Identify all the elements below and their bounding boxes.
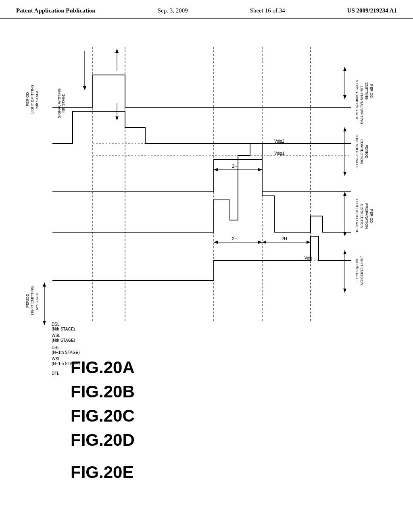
nth-light-period-lower3: PERIOD [25, 293, 29, 308]
dsl-nth-label2: (Nth STAGE) [52, 327, 75, 331]
date-label: Sep. 3, 2009 [158, 7, 188, 14]
svg-marker-34 [343, 289, 346, 293]
svg-marker-9 [83, 86, 86, 90]
fig20e-label: FIG.20E [71, 463, 133, 482]
svg-marker-37 [43, 321, 46, 325]
threshold-correction-label3: PERIOD [365, 145, 369, 159]
nth-light-emitting-label: Nth STAGE [35, 90, 39, 108]
wsl-nth-label: WSL [52, 333, 60, 338]
nth-light-emitting-label2: LIGHT EMITTING [30, 85, 34, 114]
n1-light-emission-label2: LIGHT EMISSION [360, 256, 364, 285]
threshold-prep-label2: CORRECTION [360, 204, 364, 229]
2h-label-1: 2H [232, 164, 238, 168]
patent-diagram: Nth STAGE SIGNAL WRITING Nth STAGE LIGHT… [0, 19, 413, 526]
svg-marker-16 [258, 168, 262, 171]
2h-label-2: 2H [232, 236, 238, 241]
dsl-n1-label: DSL [52, 345, 60, 350]
svg-marker-33 [343, 250, 346, 254]
threshold-correction-label2: CORRECTION [360, 139, 364, 164]
dtl-label: DTL [52, 371, 59, 376]
fig20d-label: FIG.20D [71, 430, 135, 449]
nth-signal-writing-label: Nth STAGE [61, 94, 65, 112]
vsig2-label: Vsig2 [274, 139, 284, 143]
svg-marker-36 [43, 283, 46, 287]
wsl-nth-label2: (Nth STAGE) [52, 338, 75, 343]
fig20b-label: FIG.20B [71, 382, 135, 401]
nth-light-period-lower2: LIGHT EMITTING [30, 286, 34, 315]
svg-marker-25 [343, 95, 346, 99]
svg-marker-15 [214, 168, 218, 171]
publication-label: Patent Application Publication [16, 7, 96, 14]
svg-marker-24 [343, 67, 346, 71]
dsl-n1-label2: (N+1th STAGE) [52, 350, 80, 355]
vsig1-label: Vsig1 [274, 151, 284, 156]
threshold-prep-label3: PREPARATION [365, 203, 369, 229]
svg-marker-28 [343, 172, 346, 176]
threshold-prep-label4: PERIOD [369, 209, 373, 223]
n1-light-emitting-label4: PERIOD [369, 84, 373, 98]
fig20c-label: FIG.20C [71, 406, 135, 425]
2h-label-3: 2H [282, 236, 287, 241]
vofs-label: Vofs [305, 256, 312, 260]
nth-light-period-lower: Nth STAGE [35, 291, 39, 310]
svg-marker-31 [343, 232, 346, 236]
threshold-prep-label: THRESHOLD VALUE [355, 199, 359, 234]
n1-signal-writing-label: N+1th STAGE [355, 98, 359, 121]
n1-light-emission-label: N+1th STAGE [355, 259, 359, 282]
wsl-n1-label: WSL [52, 357, 60, 361]
patent-number: US 2009/219234 A1 [347, 7, 397, 14]
svg-marker-30 [343, 192, 346, 196]
svg-marker-18 [214, 241, 218, 244]
svg-marker-19 [258, 241, 262, 244]
svg-marker-27 [343, 127, 346, 131]
sheet-label: Sheet 16 of 34 [250, 7, 285, 14]
n1-signal-writing-label2: SIGNAL WRITING [360, 94, 364, 124]
svg-marker-21 [262, 241, 266, 244]
n1-light-emitting-label3: EMITTING [365, 83, 369, 100]
svg-marker-22 [307, 241, 311, 244]
page-header: Patent Application Publication Sep. 3, 2… [0, 0, 413, 19]
fig20a-label: FIG.20A [71, 358, 135, 377]
nth-light-emitting-label3: PERIOD [25, 92, 29, 106]
svg-marker-13 [115, 116, 119, 121]
dsl-nth-label: DSL [52, 322, 60, 326]
threshold-correction-label: THRESHOLD VALUE [355, 134, 359, 169]
diagram-area: Nth STAGE SIGNAL WRITING Nth STAGE LIGHT… [0, 19, 413, 526]
svg-marker-11 [115, 49, 119, 53]
nth-signal-writing-label2: SIGNAL WRITING [57, 88, 61, 118]
